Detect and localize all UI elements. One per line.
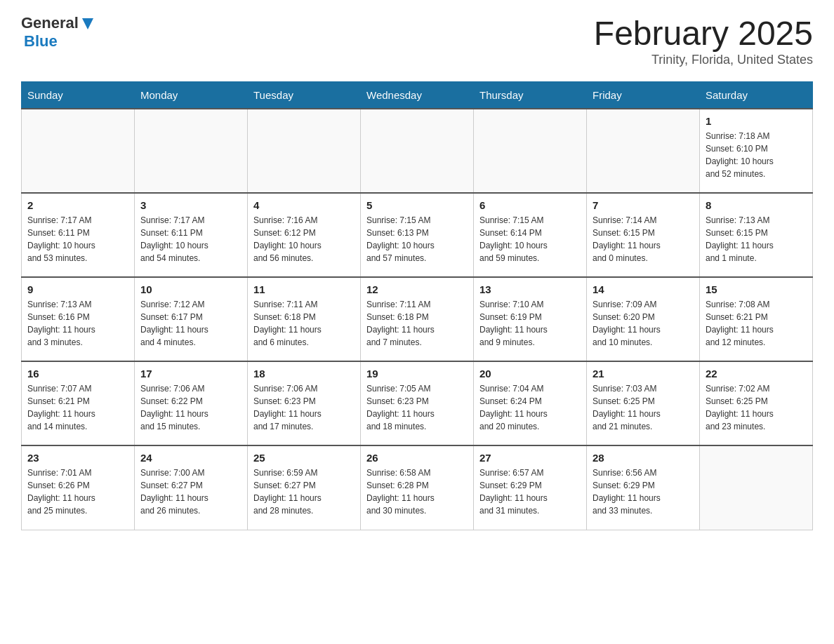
day-of-week-header: Saturday	[700, 82, 813, 109]
day-info: Sunrise: 7:06 AMSunset: 6:23 PMDaylight:…	[253, 382, 355, 433]
day-number: 7	[593, 199, 694, 211]
day-number: 24	[140, 452, 241, 464]
day-number: 17	[140, 368, 241, 380]
calendar-cell: 8Sunrise: 7:13 AMSunset: 6:15 PMDaylight…	[700, 193, 813, 277]
calendar-week-row: 1Sunrise: 7:18 AMSunset: 6:10 PMDaylight…	[22, 109, 813, 193]
calendar-cell: 27Sunrise: 6:57 AMSunset: 6:29 PMDayligh…	[474, 445, 587, 530]
day-of-week-header: Tuesday	[248, 82, 361, 109]
day-info: Sunrise: 7:05 AMSunset: 6:23 PMDaylight:…	[366, 382, 468, 433]
calendar-cell	[474, 109, 587, 193]
day-number: 14	[593, 283, 694, 295]
day-number: 6	[479, 199, 581, 211]
calendar-week-row: 2Sunrise: 7:17 AMSunset: 6:11 PMDaylight…	[22, 193, 813, 277]
day-info: Sunrise: 7:12 AMSunset: 6:17 PMDaylight:…	[140, 298, 241, 349]
day-info: Sunrise: 7:02 AMSunset: 6:25 PMDaylight:…	[706, 382, 807, 433]
day-info: Sunrise: 7:04 AMSunset: 6:24 PMDaylight:…	[479, 382, 581, 433]
calendar-cell: 11Sunrise: 7:11 AMSunset: 6:18 PMDayligh…	[248, 277, 361, 361]
calendar-cell: 2Sunrise: 7:17 AMSunset: 6:11 PMDaylight…	[22, 193, 135, 277]
calendar-cell: 19Sunrise: 7:05 AMSunset: 6:23 PMDayligh…	[361, 361, 474, 445]
calendar-cell: 7Sunrise: 7:14 AMSunset: 6:15 PMDaylight…	[587, 193, 700, 277]
day-number: 8	[706, 199, 807, 211]
day-number: 10	[140, 283, 241, 295]
calendar-cell: 26Sunrise: 6:58 AMSunset: 6:28 PMDayligh…	[361, 445, 474, 530]
day-number: 21	[593, 368, 694, 380]
svg-marker-0	[82, 18, 93, 29]
day-number: 1	[706, 115, 807, 127]
calendar-week-row: 16Sunrise: 7:07 AMSunset: 6:21 PMDayligh…	[22, 361, 813, 445]
calendar-cell: 23Sunrise: 7:01 AMSunset: 6:26 PMDayligh…	[22, 445, 135, 530]
day-number: 27	[479, 452, 581, 464]
calendar-cell: 5Sunrise: 7:15 AMSunset: 6:13 PMDaylight…	[361, 193, 474, 277]
day-number: 5	[366, 199, 468, 211]
calendar-cell: 3Sunrise: 7:17 AMSunset: 6:11 PMDaylight…	[135, 193, 248, 277]
day-info: Sunrise: 7:17 AMSunset: 6:11 PMDaylight:…	[140, 214, 241, 264]
day-info: Sunrise: 7:03 AMSunset: 6:25 PMDaylight:…	[593, 382, 694, 433]
day-info: Sunrise: 7:09 AMSunset: 6:20 PMDaylight:…	[593, 298, 694, 349]
day-number: 15	[706, 283, 807, 295]
calendar-cell: 1Sunrise: 7:18 AMSunset: 6:10 PMDaylight…	[700, 109, 813, 193]
day-of-week-header: Monday	[135, 82, 248, 109]
calendar-cell: 4Sunrise: 7:16 AMSunset: 6:12 PMDaylight…	[248, 193, 361, 277]
day-info: Sunrise: 7:16 AMSunset: 6:12 PMDaylight:…	[253, 214, 355, 264]
calendar-table: SundayMondayTuesdayWednesdayThursdayFrid…	[21, 81, 813, 530]
day-info: Sunrise: 7:13 AMSunset: 6:15 PMDaylight:…	[706, 214, 807, 264]
calendar-cell: 17Sunrise: 7:06 AMSunset: 6:22 PMDayligh…	[135, 361, 248, 445]
calendar-header-row: SundayMondayTuesdayWednesdayThursdayFrid…	[22, 82, 813, 109]
day-info: Sunrise: 7:10 AMSunset: 6:19 PMDaylight:…	[479, 298, 581, 349]
calendar-cell: 28Sunrise: 6:56 AMSunset: 6:29 PMDayligh…	[587, 445, 700, 530]
calendar-cell	[22, 109, 135, 193]
calendar-title: February 2025	[594, 14, 813, 53]
day-number: 23	[27, 452, 128, 464]
day-of-week-header: Sunday	[22, 82, 135, 109]
day-info: Sunrise: 7:18 AMSunset: 6:10 PMDaylight:…	[706, 130, 807, 180]
calendar-week-row: 23Sunrise: 7:01 AMSunset: 6:26 PMDayligh…	[22, 445, 813, 530]
calendar-cell: 14Sunrise: 7:09 AMSunset: 6:20 PMDayligh…	[587, 277, 700, 361]
day-of-week-header: Friday	[587, 82, 700, 109]
day-info: Sunrise: 7:08 AMSunset: 6:21 PMDaylight:…	[706, 298, 807, 349]
calendar-cell: 24Sunrise: 7:00 AMSunset: 6:27 PMDayligh…	[135, 445, 248, 530]
day-info: Sunrise: 6:58 AMSunset: 6:28 PMDaylight:…	[366, 467, 468, 517]
day-number: 28	[593, 452, 694, 464]
day-info: Sunrise: 7:11 AMSunset: 6:18 PMDaylight:…	[366, 298, 468, 349]
calendar-cell: 22Sunrise: 7:02 AMSunset: 6:25 PMDayligh…	[700, 361, 813, 445]
calendar-cell	[135, 109, 248, 193]
calendar-cell: 10Sunrise: 7:12 AMSunset: 6:17 PMDayligh…	[135, 277, 248, 361]
calendar-cell: 25Sunrise: 6:59 AMSunset: 6:27 PMDayligh…	[248, 445, 361, 530]
day-number: 12	[366, 283, 468, 295]
day-info: Sunrise: 7:06 AMSunset: 6:22 PMDaylight:…	[140, 382, 241, 433]
day-info: Sunrise: 7:07 AMSunset: 6:21 PMDaylight:…	[27, 382, 128, 433]
day-number: 3	[140, 199, 241, 211]
logo-blue: Blue	[24, 32, 58, 50]
day-number: 4	[253, 199, 355, 211]
calendar-cell	[361, 109, 474, 193]
day-number: 25	[253, 452, 355, 464]
calendar-cell: 13Sunrise: 7:10 AMSunset: 6:19 PMDayligh…	[474, 277, 587, 361]
logo-general: General	[21, 14, 79, 32]
calendar-week-row: 9Sunrise: 7:13 AMSunset: 6:16 PMDaylight…	[22, 277, 813, 361]
calendar-cell: 9Sunrise: 7:13 AMSunset: 6:16 PMDaylight…	[22, 277, 135, 361]
day-info: Sunrise: 7:01 AMSunset: 6:26 PMDaylight:…	[27, 467, 128, 517]
calendar-cell: 21Sunrise: 7:03 AMSunset: 6:25 PMDayligh…	[587, 361, 700, 445]
day-number: 18	[253, 368, 355, 380]
day-number: 2	[27, 199, 128, 211]
page-header: General Blue February 2025 Trinity, Flor…	[21, 14, 813, 67]
day-number: 16	[27, 368, 128, 380]
logo-arrow-icon	[80, 15, 95, 31]
title-section: February 2025 Trinity, Florida, United S…	[594, 14, 813, 67]
calendar-cell: 6Sunrise: 7:15 AMSunset: 6:14 PMDaylight…	[474, 193, 587, 277]
day-info: Sunrise: 6:57 AMSunset: 6:29 PMDaylight:…	[479, 467, 581, 517]
calendar-cell: 15Sunrise: 7:08 AMSunset: 6:21 PMDayligh…	[700, 277, 813, 361]
day-number: 13	[479, 283, 581, 295]
day-number: 22	[706, 368, 807, 380]
day-info: Sunrise: 6:56 AMSunset: 6:29 PMDaylight:…	[593, 467, 694, 517]
day-info: Sunrise: 7:15 AMSunset: 6:13 PMDaylight:…	[366, 214, 468, 264]
calendar-cell	[587, 109, 700, 193]
day-number: 20	[479, 368, 581, 380]
day-info: Sunrise: 7:13 AMSunset: 6:16 PMDaylight:…	[27, 298, 128, 349]
day-info: Sunrise: 7:00 AMSunset: 6:27 PMDaylight:…	[140, 467, 241, 517]
day-info: Sunrise: 7:14 AMSunset: 6:15 PMDaylight:…	[593, 214, 694, 264]
calendar-cell: 18Sunrise: 7:06 AMSunset: 6:23 PMDayligh…	[248, 361, 361, 445]
day-number: 9	[27, 283, 128, 295]
calendar-cell: 20Sunrise: 7:04 AMSunset: 6:24 PMDayligh…	[474, 361, 587, 445]
calendar-cell	[248, 109, 361, 193]
